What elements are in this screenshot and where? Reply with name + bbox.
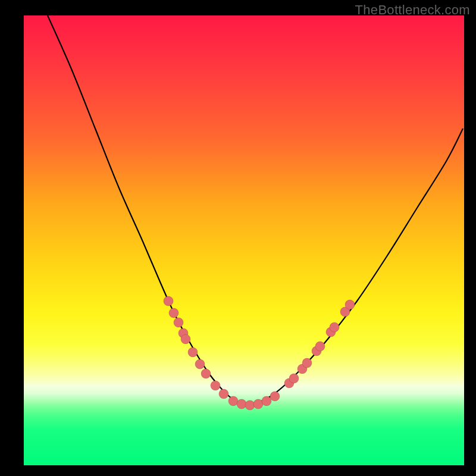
data-dot	[181, 334, 190, 344]
data-dot	[245, 400, 255, 410]
data-dot	[289, 374, 299, 383]
data-dot	[262, 396, 271, 406]
data-dot	[164, 296, 173, 306]
bottleneck-curve	[24, 15, 464, 465]
dots-bottom	[228, 392, 280, 410]
data-dot	[315, 342, 325, 351]
data-dot	[211, 381, 220, 390]
data-dot	[330, 322, 339, 332]
dots-right	[284, 300, 355, 388]
data-dot	[201, 369, 211, 378]
data-dot	[188, 347, 198, 357]
data-dot	[195, 359, 205, 369]
data-dot	[345, 300, 355, 309]
dots-left	[164, 296, 228, 399]
data-dot	[237, 399, 246, 409]
stage: TheBottleneck.com	[0, 0, 476, 476]
watermark-text: TheBottleneck.com	[355, 2, 470, 18]
data-dot	[219, 389, 228, 399]
data-dot	[270, 392, 280, 401]
data-dot	[302, 358, 312, 368]
data-dot	[174, 318, 183, 327]
curve-path	[48, 15, 463, 405]
data-dot	[169, 308, 178, 318]
